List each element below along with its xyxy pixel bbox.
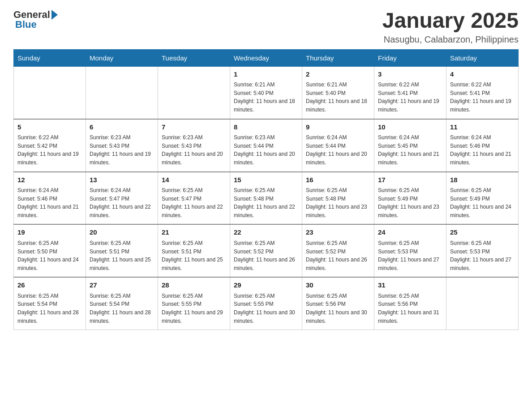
calendar-cell: 23Sunrise: 6:25 AMSunset: 5:52 PMDayligh… bbox=[302, 224, 374, 277]
day-info: Sunrise: 6:25 AMSunset: 5:50 PMDaylight:… bbox=[17, 239, 82, 272]
day-number: 29 bbox=[234, 280, 298, 291]
calendar-cell: 2Sunrise: 6:21 AMSunset: 5:40 PMDaylight… bbox=[302, 66, 374, 119]
day-info: Sunrise: 6:24 AMSunset: 5:44 PMDaylight:… bbox=[306, 133, 370, 167]
day-info: Sunrise: 6:24 AMSunset: 5:46 PMDaylight:… bbox=[17, 186, 82, 219]
day-number: 16 bbox=[306, 175, 370, 185]
day-info: Sunrise: 6:24 AMSunset: 5:45 PMDaylight:… bbox=[378, 133, 442, 167]
subtitle: Nasugbu, Calabarzon, Philippines bbox=[382, 34, 519, 45]
calendar-week-4: 19Sunrise: 6:25 AMSunset: 5:50 PMDayligh… bbox=[14, 224, 519, 277]
calendar-week-5: 26Sunrise: 6:25 AMSunset: 5:54 PMDayligh… bbox=[14, 277, 519, 330]
day-info: Sunrise: 6:25 AMSunset: 5:54 PMDaylight:… bbox=[17, 292, 82, 325]
calendar-header-thursday: Thursday bbox=[302, 49, 374, 66]
calendar-cell: 21Sunrise: 6:25 AMSunset: 5:51 PMDayligh… bbox=[158, 224, 230, 277]
day-info: Sunrise: 6:25 AMSunset: 5:53 PMDaylight:… bbox=[450, 239, 515, 272]
calendar-header-row: SundayMondayTuesdayWednesdayThursdayFrid… bbox=[14, 49, 519, 66]
day-number: 25 bbox=[450, 227, 515, 238]
calendar-cell: 22Sunrise: 6:25 AMSunset: 5:52 PMDayligh… bbox=[230, 224, 302, 277]
day-info: Sunrise: 6:25 AMSunset: 5:51 PMDaylight:… bbox=[162, 239, 226, 272]
calendar-week-1: 1Sunrise: 6:21 AMSunset: 5:40 PMDaylight… bbox=[14, 66, 519, 119]
day-info: Sunrise: 6:25 AMSunset: 5:52 PMDaylight:… bbox=[306, 239, 370, 272]
day-number: 14 bbox=[162, 175, 226, 185]
day-info: Sunrise: 6:21 AMSunset: 5:40 PMDaylight:… bbox=[234, 81, 298, 114]
logo: General Blue bbox=[13, 9, 58, 30]
calendar-cell: 19Sunrise: 6:25 AMSunset: 5:50 PMDayligh… bbox=[14, 224, 86, 277]
day-number: 9 bbox=[306, 122, 370, 133]
calendar-header-wednesday: Wednesday bbox=[230, 49, 302, 66]
calendar-cell: 14Sunrise: 6:25 AMSunset: 5:47 PMDayligh… bbox=[158, 172, 230, 225]
calendar-cell: 1Sunrise: 6:21 AMSunset: 5:40 PMDaylight… bbox=[230, 66, 302, 119]
day-number: 1 bbox=[234, 69, 298, 80]
day-info: Sunrise: 6:23 AMSunset: 5:43 PMDaylight:… bbox=[90, 133, 154, 167]
day-number: 22 bbox=[234, 227, 298, 238]
calendar-header-saturday: Saturday bbox=[446, 49, 519, 66]
calendar-cell: 15Sunrise: 6:25 AMSunset: 5:48 PMDayligh… bbox=[230, 172, 302, 225]
day-info: Sunrise: 6:25 AMSunset: 5:53 PMDaylight:… bbox=[378, 239, 442, 272]
calendar-cell: 18Sunrise: 6:25 AMSunset: 5:49 PMDayligh… bbox=[446, 172, 519, 225]
day-number: 20 bbox=[90, 227, 154, 238]
day-info: Sunrise: 6:22 AMSunset: 5:42 PMDaylight:… bbox=[17, 133, 82, 167]
day-info: Sunrise: 6:23 AMSunset: 5:43 PMDaylight:… bbox=[162, 133, 226, 167]
calendar-cell: 26Sunrise: 6:25 AMSunset: 5:54 PMDayligh… bbox=[14, 277, 86, 330]
day-number: 23 bbox=[306, 227, 370, 238]
day-info: Sunrise: 6:22 AMSunset: 5:41 PMDaylight:… bbox=[378, 81, 442, 114]
day-number: 26 bbox=[17, 280, 82, 291]
main-title: January 2025 bbox=[382, 9, 519, 33]
day-number: 8 bbox=[234, 122, 298, 133]
calendar-cell: 10Sunrise: 6:24 AMSunset: 5:45 PMDayligh… bbox=[374, 119, 446, 172]
day-number: 5 bbox=[17, 122, 82, 133]
calendar-cell bbox=[158, 66, 230, 119]
day-number: 18 bbox=[450, 175, 515, 185]
day-info: Sunrise: 6:21 AMSunset: 5:40 PMDaylight:… bbox=[306, 81, 370, 114]
calendar-cell: 6Sunrise: 6:23 AMSunset: 5:43 PMDaylight… bbox=[86, 119, 158, 172]
day-info: Sunrise: 6:25 AMSunset: 5:56 PMDaylight:… bbox=[306, 292, 370, 325]
day-info: Sunrise: 6:23 AMSunset: 5:44 PMDaylight:… bbox=[234, 133, 298, 167]
day-number: 10 bbox=[378, 122, 442, 133]
day-info: Sunrise: 6:25 AMSunset: 5:47 PMDaylight:… bbox=[162, 186, 226, 219]
day-info: Sunrise: 6:24 AMSunset: 5:46 PMDaylight:… bbox=[450, 133, 515, 167]
day-number: 17 bbox=[378, 175, 442, 185]
day-info: Sunrise: 6:25 AMSunset: 5:49 PMDaylight:… bbox=[378, 186, 442, 219]
day-info: Sunrise: 6:25 AMSunset: 5:54 PMDaylight:… bbox=[90, 292, 154, 325]
calendar-cell: 27Sunrise: 6:25 AMSunset: 5:54 PMDayligh… bbox=[86, 277, 158, 330]
day-number: 19 bbox=[17, 227, 82, 238]
day-info: Sunrise: 6:24 AMSunset: 5:47 PMDaylight:… bbox=[90, 186, 154, 219]
calendar-cell: 5Sunrise: 6:22 AMSunset: 5:42 PMDaylight… bbox=[14, 119, 86, 172]
day-number: 13 bbox=[90, 175, 154, 185]
day-info: Sunrise: 6:25 AMSunset: 5:56 PMDaylight:… bbox=[378, 292, 442, 325]
calendar-cell: 9Sunrise: 6:24 AMSunset: 5:44 PMDaylight… bbox=[302, 119, 374, 172]
calendar-header-sunday: Sunday bbox=[14, 49, 86, 66]
day-number: 2 bbox=[306, 69, 370, 80]
day-info: Sunrise: 6:25 AMSunset: 5:49 PMDaylight:… bbox=[450, 186, 515, 219]
calendar-cell: 24Sunrise: 6:25 AMSunset: 5:53 PMDayligh… bbox=[374, 224, 446, 277]
calendar-cell bbox=[86, 66, 158, 119]
calendar-cell: 25Sunrise: 6:25 AMSunset: 5:53 PMDayligh… bbox=[446, 224, 519, 277]
logo-triangle-icon bbox=[51, 10, 58, 20]
day-number: 12 bbox=[17, 175, 82, 185]
day-number: 24 bbox=[378, 227, 442, 238]
calendar-cell: 28Sunrise: 6:25 AMSunset: 5:55 PMDayligh… bbox=[158, 277, 230, 330]
day-number: 27 bbox=[90, 280, 154, 291]
calendar-cell: 16Sunrise: 6:25 AMSunset: 5:48 PMDayligh… bbox=[302, 172, 374, 225]
calendar-week-2: 5Sunrise: 6:22 AMSunset: 5:42 PMDaylight… bbox=[14, 119, 519, 172]
day-number: 4 bbox=[450, 69, 515, 80]
calendar-cell: 12Sunrise: 6:24 AMSunset: 5:46 PMDayligh… bbox=[14, 172, 86, 225]
calendar-header-friday: Friday bbox=[374, 49, 446, 66]
calendar-week-3: 12Sunrise: 6:24 AMSunset: 5:46 PMDayligh… bbox=[14, 172, 519, 225]
calendar-cell: 8Sunrise: 6:23 AMSunset: 5:44 PMDaylight… bbox=[230, 119, 302, 172]
page-header: General Blue January 2025 Nasugbu, Calab… bbox=[13, 9, 519, 45]
calendar-header-tuesday: Tuesday bbox=[158, 49, 230, 66]
day-number: 7 bbox=[162, 122, 226, 133]
calendar-cell: 3Sunrise: 6:22 AMSunset: 5:41 PMDaylight… bbox=[374, 66, 446, 119]
day-info: Sunrise: 6:25 AMSunset: 5:51 PMDaylight:… bbox=[90, 239, 154, 272]
calendar-cell: 31Sunrise: 6:25 AMSunset: 5:56 PMDayligh… bbox=[374, 277, 446, 330]
logo-blue-text: Blue bbox=[15, 19, 37, 30]
calendar-cell: 13Sunrise: 6:24 AMSunset: 5:47 PMDayligh… bbox=[86, 172, 158, 225]
day-number: 15 bbox=[234, 175, 298, 185]
calendar-header-monday: Monday bbox=[86, 49, 158, 66]
day-number: 31 bbox=[378, 280, 442, 291]
day-info: Sunrise: 6:25 AMSunset: 5:52 PMDaylight:… bbox=[234, 239, 298, 272]
day-number: 30 bbox=[306, 280, 370, 291]
day-info: Sunrise: 6:25 AMSunset: 5:55 PMDaylight:… bbox=[162, 292, 226, 325]
calendar-table: SundayMondayTuesdayWednesdayThursdayFrid… bbox=[13, 49, 519, 330]
day-number: 11 bbox=[450, 122, 515, 133]
